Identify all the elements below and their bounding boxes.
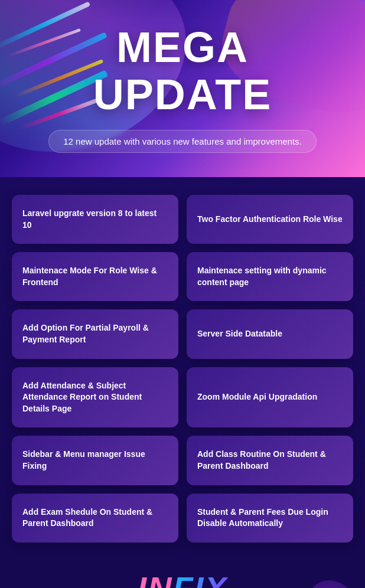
feature-card-8: Zoom Module Api Upgradation — [187, 367, 353, 428]
logo-fix: FIX — [172, 570, 227, 588]
hero-title-line2: UPDATE — [93, 71, 272, 118]
content-section: Laravel upgrate version 8 to latest 10Tw… — [0, 177, 365, 554]
feature-card-12: Student & Parent Fees Due Login Disable … — [187, 494, 353, 543]
feature-card-7: Add Attendance & Subject Attendance Repo… — [12, 367, 178, 428]
feature-card-4: Maintenace setting with dynamic content … — [187, 252, 353, 301]
logo-container: INFIX ULTIMATE EDUCATION ERP — [119, 572, 245, 588]
feature-card-1: Laravel upgrate version 8 to latest 10 — [12, 195, 178, 244]
logo-in: IN — [137, 570, 172, 588]
logo-text: INFIX — [137, 572, 227, 588]
feature-card-11: Add Exam Shedule On Student & Parent Das… — [12, 494, 178, 543]
feature-card-3: Maintenace Mode For Role Wise & Frontend — [12, 252, 178, 301]
feature-grid: Laravel upgrate version 8 to latest 10Tw… — [12, 195, 353, 543]
feature-card-9: Sidebar & Menu manager Issue Fixing — [12, 436, 178, 485]
feature-card-2: Two Factor Authentication Role Wise — [187, 195, 353, 244]
subtitle-badge: 12 new update with various new features … — [48, 130, 317, 153]
streak-6 — [19, 98, 99, 130]
decorative-blob — [306, 580, 353, 588]
feature-card-5: Add Option For Partial Payroll & Payment… — [12, 309, 178, 358]
feature-card-6: Server Side Datatable — [187, 309, 353, 358]
feature-card-10: Add Class Routine On Student & Parent Da… — [187, 436, 353, 485]
hero-title: MEGA UPDATE — [93, 24, 272, 117]
footer-section: INFIX ULTIMATE EDUCATION ERP — [0, 554, 365, 588]
hero-section: MEGA UPDATE 12 new update with various n… — [0, 0, 365, 177]
hero-title-line1: MEGA — [93, 24, 272, 71]
